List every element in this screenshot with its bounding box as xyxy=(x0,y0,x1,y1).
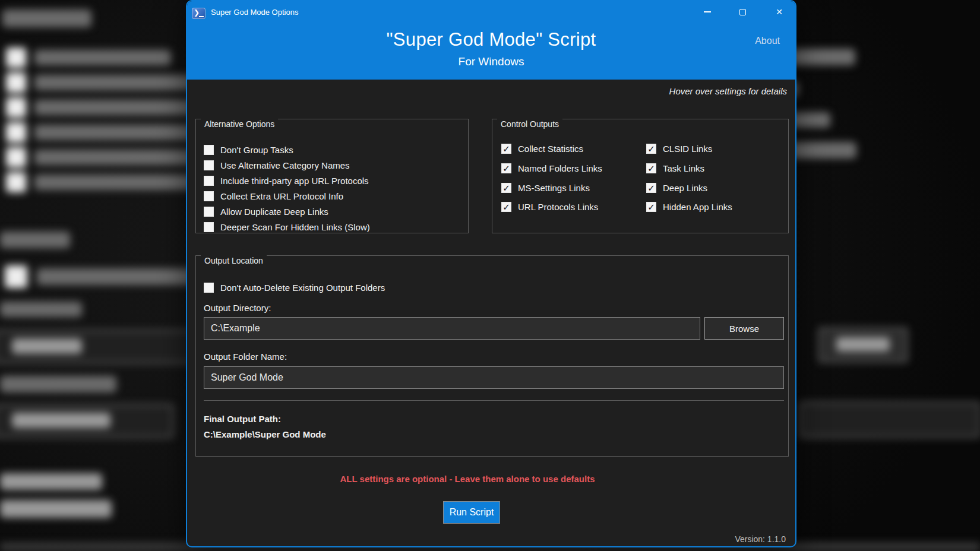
checkbox-hidden-app-links[interactable]: Hidden App Links xyxy=(646,201,732,212)
checkbox-label: Include third-party app URL Protocols xyxy=(220,176,369,186)
maximize-button[interactable] xyxy=(729,2,756,21)
checkbox-box[interactable] xyxy=(646,163,656,173)
group-control-outputs: Control Outputs Collect Statistics Named… xyxy=(492,119,789,233)
window-title: Super God Mode Options xyxy=(211,8,298,17)
checkbox-dont-group-tasks[interactable]: Don't Group Tasks xyxy=(204,144,293,155)
group-title: Alternative Options xyxy=(201,118,278,128)
checkbox-label: Allow Duplicate Deep Links xyxy=(220,207,328,217)
checkbox-ms-settings-links[interactable]: MS-Settings Links xyxy=(501,182,590,193)
maximize-icon xyxy=(739,9,746,15)
group-title: Output Location xyxy=(201,255,267,265)
checkbox-label: Collect Statistics xyxy=(518,144,583,154)
final-output-path-label: Final Output Path: xyxy=(204,414,281,424)
output-directory-input[interactable] xyxy=(204,317,700,340)
checkbox-box[interactable] xyxy=(204,176,214,186)
group-output-location: Output Location Don't Auto-Delete Existi… xyxy=(195,255,789,457)
checkbox-box[interactable] xyxy=(204,207,214,217)
blur-blob xyxy=(6,122,26,142)
blur-blob xyxy=(37,268,200,285)
checkbox-box[interactable] xyxy=(204,222,214,232)
close-icon xyxy=(776,7,783,17)
blur-blob xyxy=(5,265,27,288)
checkbox-label: Task Links xyxy=(663,163,704,173)
checkbox-label: Hidden App Links xyxy=(663,202,732,212)
blur-blob xyxy=(0,473,102,490)
minimize-button[interactable] xyxy=(694,2,721,21)
checkbox-box[interactable] xyxy=(501,202,511,212)
blur-blob xyxy=(12,338,82,354)
close-button[interactable] xyxy=(766,2,793,21)
checkbox-url-protocols-links[interactable]: URL Protocols Links xyxy=(501,201,598,212)
blur-blob xyxy=(34,125,201,140)
version-label: Version: 1.1.0 xyxy=(735,534,786,544)
checkbox-label: Don't Auto-Delete Existing Output Folder… xyxy=(220,283,385,293)
checkbox-box[interactable] xyxy=(204,160,214,170)
checkbox-label: Collect Extra URL Protocol Info xyxy=(220,191,343,201)
checkbox-label: Don't Group Tasks xyxy=(220,145,293,155)
output-directory-label: Output Directory: xyxy=(204,303,271,313)
blur-blob xyxy=(0,302,82,317)
separator xyxy=(204,400,784,401)
checkbox-collect-statistics[interactable]: Collect Statistics xyxy=(501,143,583,154)
hover-hint: Hover over settings for details xyxy=(669,86,787,96)
powershell-icon: ❯ xyxy=(192,8,206,19)
checkbox-label: MS-Settings Links xyxy=(518,183,590,193)
blur-blob xyxy=(6,172,26,192)
minimize-icon xyxy=(704,11,711,12)
checkbox-task-links[interactable]: Task Links xyxy=(646,163,704,173)
checkbox-label: Deep Links xyxy=(663,183,707,193)
page-title: "Super God Mode" Script xyxy=(187,29,795,50)
blur-blob xyxy=(0,500,112,518)
blur-blob xyxy=(12,413,110,428)
blur-blob xyxy=(836,337,890,352)
run-script-button[interactable]: Run Script xyxy=(443,501,500,524)
about-link[interactable]: About xyxy=(755,36,780,46)
screen: ❯ Super God Mode Options "Super God Mode… xyxy=(0,0,980,551)
checkbox-box[interactable] xyxy=(501,183,511,193)
blur-blob xyxy=(34,50,171,65)
browse-button[interactable]: Browse xyxy=(704,317,784,340)
title-bar[interactable]: ❯ Super God Mode Options xyxy=(187,1,795,24)
checkbox-box[interactable] xyxy=(501,163,511,173)
checkbox-deeper-scan[interactable]: Deeper Scan For Hidden Links (Slow) xyxy=(204,221,370,232)
checkbox-box[interactable] xyxy=(204,145,214,155)
checkbox-duplicate-deep-links[interactable]: Allow Duplicate Deep Links xyxy=(204,206,328,217)
checkbox-named-folders-links[interactable]: Named Folders Links xyxy=(501,163,602,173)
output-folder-input[interactable] xyxy=(204,366,784,389)
blur-blob xyxy=(2,10,91,27)
page-subtitle: For Windows xyxy=(187,55,795,68)
group-alternative-options: Alternative Options Don't Group Tasks Us… xyxy=(195,119,469,233)
prompt-chevron-icon: ❯ xyxy=(194,8,200,17)
blur-blob xyxy=(0,232,70,248)
checkbox-label: Use Alternative Category Names xyxy=(220,160,350,170)
checkbox-third-party-protocols[interactable]: Include third-party app URL Protocols xyxy=(204,175,369,186)
blur-blob xyxy=(0,376,116,392)
options-window: ❯ Super God Mode Options "Super God Mode… xyxy=(186,0,796,547)
checkbox-box[interactable] xyxy=(501,144,511,154)
checkbox-box[interactable] xyxy=(646,144,656,154)
final-output-path-value: C:\Example\Super God Mode xyxy=(204,429,326,439)
blur-blob xyxy=(799,402,980,438)
checkbox-extra-url-info[interactable]: Collect Extra URL Protocol Info xyxy=(204,191,343,201)
checkbox-alt-category-names[interactable]: Use Alternative Category Names xyxy=(204,160,350,170)
checkbox-label: URL Protocols Links xyxy=(518,202,598,212)
checkbox-label: CLSID Links xyxy=(663,144,712,154)
checkbox-box[interactable] xyxy=(204,283,214,293)
checkbox-dont-auto-delete[interactable]: Don't Auto-Delete Existing Output Folder… xyxy=(204,282,385,293)
window-header: ❯ Super God Mode Options "Super God Mode… xyxy=(187,1,795,80)
settings-warning: ALL settings are optional - Leave them a… xyxy=(187,474,748,484)
blur-blob xyxy=(34,150,204,165)
checkbox-box[interactable] xyxy=(204,191,214,201)
checkbox-box[interactable] xyxy=(646,202,656,212)
prompt-underscore-icon xyxy=(199,16,204,17)
checkbox-clsid-links[interactable]: CLSID Links xyxy=(646,143,712,154)
output-folder-label: Output Folder Name: xyxy=(204,352,287,362)
blur-blob xyxy=(6,72,26,93)
blur-blob xyxy=(6,147,26,167)
checkbox-box[interactable] xyxy=(646,183,656,193)
group-title: Control Outputs xyxy=(497,118,562,128)
checkbox-label: Deeper Scan For Hidden Links (Slow) xyxy=(220,222,370,232)
checkbox-deep-links[interactable]: Deep Links xyxy=(646,182,707,193)
checkbox-label: Named Folders Links xyxy=(518,163,602,173)
blur-blob xyxy=(6,48,26,68)
